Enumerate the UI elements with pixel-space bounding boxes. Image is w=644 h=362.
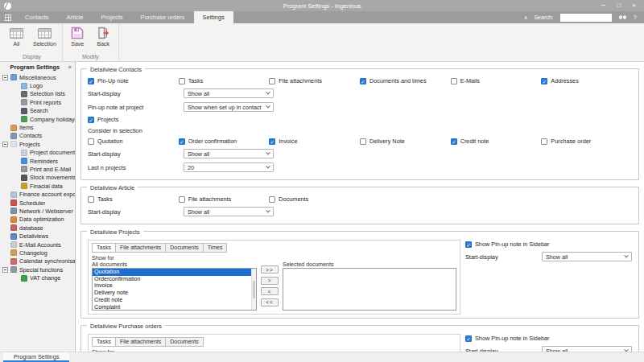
ribbon-tab-settings[interactable]: Settings bbox=[194, 11, 233, 23]
sidebar-item-detailviews[interactable]: Detailviews bbox=[0, 232, 75, 240]
sidebar-item-company-holidays[interactable]: Company holidays bbox=[0, 115, 75, 123]
sidebar-item-finacial-data[interactable]: Finacial data bbox=[0, 182, 75, 190]
ribbon-tab-article[interactable]: Article bbox=[58, 11, 93, 23]
checkbox-checked-icon[interactable]: ✓ bbox=[360, 78, 366, 84]
tab-tasks[interactable]: Tasks bbox=[92, 337, 116, 347]
listbox[interactable]: QuotationOrderconfirmationInvoiceDeliver… bbox=[92, 268, 257, 311]
file-attachments-checkbox[interactable]: File attachments bbox=[269, 77, 360, 84]
show-pin-up-note-in-sidebar-checkbox[interactable]: ✓Show Pin-up note in Sidebar bbox=[465, 335, 632, 342]
scrollbar[interactable] bbox=[251, 269, 256, 310]
projects-checkbox[interactable]: ✓Projects bbox=[88, 116, 179, 123]
documents-and-times-checkbox[interactable]: ✓Documents and times bbox=[360, 77, 451, 84]
sidebar-item-network-webserver[interactable]: Network / Webserver bbox=[0, 207, 75, 215]
sidebar-item-print-and-e-mail[interactable]: Print and E-Mail bbox=[0, 165, 75, 173]
ribbon-tab-contacts[interactable]: Contacts bbox=[16, 11, 58, 23]
transfer-button-0[interactable]: >> bbox=[261, 265, 279, 274]
expander-icon[interactable] bbox=[2, 142, 8, 147]
invoice-checkbox[interactable]: ✓Invoice bbox=[269, 138, 360, 145]
list-item-complaint[interactable]: Complaint bbox=[93, 304, 256, 311]
quotation-checkbox[interactable]: Quotation bbox=[88, 138, 179, 145]
sidebar-item-stock-movements[interactable]: Stock movements bbox=[0, 174, 75, 182]
checkbox-checked-icon[interactable]: ✓ bbox=[269, 138, 275, 145]
help-button[interactable]: ? bbox=[634, 14, 637, 21]
list-item-orderconfirmation[interactable]: Orderconfirmation bbox=[93, 276, 256, 283]
sidebar-item-contacts[interactable]: Contacts bbox=[0, 132, 75, 140]
pin-up-note-at-project-select[interactable]: Show when set up in contact bbox=[184, 102, 274, 112]
all-button[interactable]: All bbox=[6, 25, 27, 53]
tasks-checkbox[interactable]: Tasks bbox=[179, 77, 270, 84]
sidebar-item-database[interactable]: database bbox=[0, 224, 75, 232]
checkbox-unchecked-icon[interactable] bbox=[360, 138, 366, 145]
collapse-ribbon-button[interactable]: ∧ bbox=[524, 14, 528, 21]
scrollbar-thumb[interactable] bbox=[253, 281, 255, 298]
sidebar-item-items[interactable]: Items bbox=[0, 123, 75, 131]
e-mails-checkbox[interactable]: E-Mails bbox=[451, 77, 542, 84]
addresses-checkbox[interactable]: ✓Addresses bbox=[541, 77, 632, 84]
sidebar-item-data-optimization[interactable]: Data optimization bbox=[0, 216, 75, 224]
checkbox-unchecked-icon[interactable] bbox=[179, 196, 185, 203]
sidebar-item-finance-account-export[interactable]: Finance account export bbox=[0, 190, 75, 198]
checkbox-checked-icon[interactable]: ✓ bbox=[179, 138, 185, 145]
tasks-checkbox[interactable]: Tasks bbox=[88, 195, 179, 203]
back-button[interactable]: Back bbox=[93, 25, 114, 53]
ribbon-tab-projects[interactable]: Projects bbox=[92, 11, 131, 23]
maximize-button[interactable]: □ bbox=[617, 0, 621, 11]
purchase-order-checkbox[interactable]: Purchase order bbox=[541, 138, 632, 145]
sidebar-item-miscellaneous[interactable]: Miscellaneous bbox=[0, 73, 75, 81]
tab-file-attachments[interactable]: File attachments bbox=[115, 337, 166, 347]
sidebar-item-project-documents[interactable]: Project documents bbox=[0, 149, 75, 157]
sidebar-item-vat-change[interactable]: VAT change bbox=[0, 274, 75, 282]
delivery-note-checkbox[interactable]: Delivery Note bbox=[360, 138, 451, 145]
start-display-select[interactable]: Show all bbox=[542, 252, 632, 261]
sidebar-item-changelog[interactable]: Changelog bbox=[0, 249, 75, 257]
transfer-button-3[interactable]: << bbox=[261, 298, 279, 306]
sidebar-item-selection-lists[interactable]: Selection lists bbox=[0, 90, 75, 98]
app-menu-button[interactable] bbox=[0, 11, 16, 23]
checkbox-unchecked-icon[interactable] bbox=[269, 78, 275, 84]
credit-note-checkbox[interactable]: ✓Credit note bbox=[451, 138, 542, 145]
sidebar-item-e-mail-accounts[interactable]: E-Mail Accounts bbox=[0, 241, 75, 249]
checkbox-unchecked-icon[interactable] bbox=[269, 196, 275, 203]
pin-up-note-checkbox[interactable]: ✓Pin-Up note bbox=[88, 77, 179, 84]
sidebar-item-search[interactable]: Search bbox=[0, 107, 75, 115]
listbox[interactable] bbox=[283, 268, 456, 311]
ribbon-tab-purchase-orders[interactable]: Purchase orders bbox=[132, 11, 194, 23]
sidebar-item-calendar-synchronisation[interactable]: Calendar synchronisation bbox=[0, 257, 75, 265]
close-button[interactable]: × bbox=[632, 0, 636, 11]
checkbox-unchecked-icon[interactable] bbox=[179, 78, 185, 84]
sidebar-item-special-functions[interactable]: Special functions bbox=[0, 265, 75, 274]
tab-file-attachments[interactable]: File attachments bbox=[115, 243, 166, 253]
checkbox-unchecked-icon[interactable] bbox=[88, 138, 94, 145]
tab-tasks[interactable]: Tasks bbox=[92, 243, 116, 253]
start-display-select[interactable]: Show all bbox=[542, 346, 632, 352]
sidebar-item-logo[interactable]: Logo bbox=[0, 81, 75, 89]
save-button[interactable]: Save bbox=[67, 25, 89, 53]
checkbox-unchecked-icon[interactable] bbox=[451, 78, 457, 84]
expander-icon[interactable] bbox=[2, 75, 8, 80]
open-document-tab[interactable]: Program Settings bbox=[3, 352, 69, 362]
sidebar-item-print-reports[interactable]: Print reports bbox=[0, 98, 75, 106]
checkbox-checked-icon[interactable]: ✓ bbox=[465, 335, 472, 342]
tab-times[interactable]: Times bbox=[203, 243, 228, 253]
checkbox-unchecked-icon[interactable] bbox=[541, 138, 547, 145]
transfer-button-2[interactable]: < bbox=[261, 287, 279, 295]
start-display-select[interactable]: Show all bbox=[184, 207, 274, 216]
documents-checkbox[interactable]: Documents bbox=[269, 195, 360, 203]
sidebar-collapse-button[interactable]: « bbox=[68, 64, 72, 71]
order-confirmation-checkbox[interactable]: ✓Order confirmation bbox=[179, 138, 270, 145]
file-attachments-checkbox[interactable]: File attachments bbox=[179, 195, 270, 203]
show-pin-up-note-in-sidebar-checkbox[interactable]: ✓Show Pin-up note in Sidebar bbox=[465, 241, 632, 248]
minimize-button[interactable]: ─ bbox=[601, 0, 606, 11]
expander-icon[interactable] bbox=[2, 267, 8, 273]
tab-documents[interactable]: Documents bbox=[165, 243, 203, 253]
binoculars-icon[interactable] bbox=[618, 14, 627, 20]
checkbox-unchecked-icon[interactable] bbox=[88, 196, 94, 203]
last-n-projects-select[interactable]: 20 bbox=[184, 162, 274, 172]
checkbox-checked-icon[interactable]: ✓ bbox=[541, 78, 547, 84]
sidebar-item-projects[interactable]: Projects bbox=[0, 140, 75, 148]
transfer-button-1[interactable]: > bbox=[261, 277, 279, 285]
checkbox-checked-icon[interactable]: ✓ bbox=[465, 241, 472, 248]
checkbox-checked-icon[interactable]: ✓ bbox=[451, 138, 457, 145]
checkbox-checked-icon[interactable]: ✓ bbox=[88, 78, 94, 84]
sidebar-item-scheduler[interactable]: Scheduler bbox=[0, 199, 75, 207]
